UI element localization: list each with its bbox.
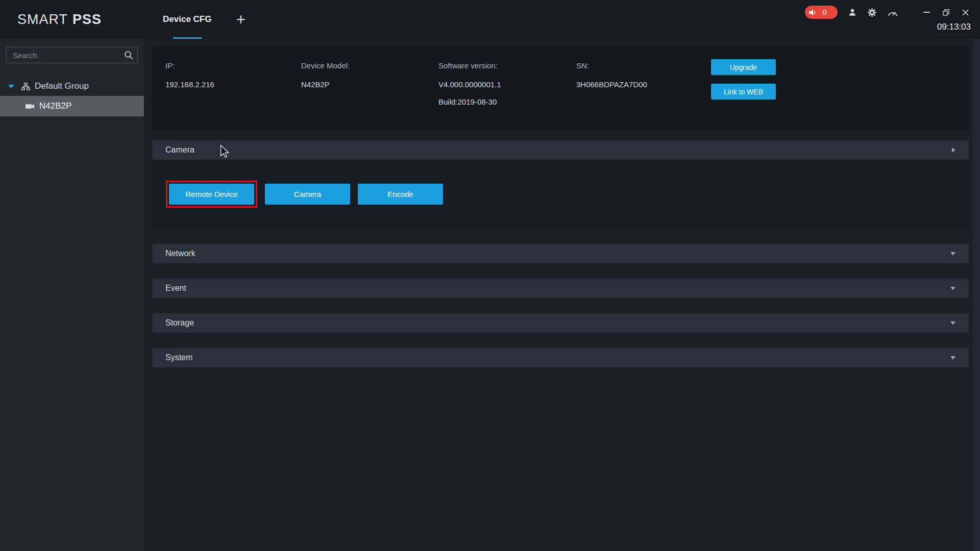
group-sitemap-icon: [21, 83, 30, 90]
sn-label: SN:: [576, 61, 647, 70]
section-storage: Storage: [152, 313, 969, 333]
software-label: Software version:: [438, 61, 501, 70]
chevron-right-icon: [952, 147, 955, 153]
chevron-down-icon: [950, 321, 955, 325]
section-header-storage[interactable]: Storage: [152, 313, 969, 333]
search-icon[interactable]: [124, 51, 133, 62]
minimize-button[interactable]: [920, 6, 933, 19]
close-button[interactable]: [959, 6, 972, 19]
camera-section-label: Camera: [165, 145, 194, 155]
sn-value: 3H066BDPAZA7D00: [576, 80, 647, 89]
info-field-model: Device Model: N42B2P: [301, 61, 350, 89]
device-label: N42B2P: [39, 101, 71, 111]
minimize-icon: [923, 12, 930, 13]
logo-pss: PSS: [72, 12, 102, 28]
encode-button[interactable]: Encode: [358, 184, 443, 205]
header-right-cluster: 0: [805, 0, 980, 39]
section-event: Event: [152, 279, 969, 298]
device-config-main: IP: 192.168.2.216 Device Model: N42B2P S…: [144, 39, 980, 551]
section-system: System: [152, 348, 969, 367]
clock-time: 09:13:03: [937, 22, 972, 32]
camera-button[interactable]: Camera: [265, 184, 350, 205]
chevron-down-icon: [950, 252, 955, 256]
model-value: N42B2P: [301, 80, 350, 89]
settings-gear-icon[interactable]: [867, 8, 877, 17]
alarm-count: 0: [817, 8, 832, 16]
ip-value: 192.168.2.216: [165, 80, 214, 89]
info-field-software: Software version: V4.000.0000001.1 Build…: [438, 61, 501, 106]
section-header-system[interactable]: System: [152, 348, 969, 367]
red-highlight-annotation: Remote Device: [166, 181, 257, 208]
chevron-down-icon: [950, 356, 955, 360]
speaker-icon: [809, 9, 817, 16]
header-icon-row: 0: [805, 6, 972, 19]
alarm-sound-badge[interactable]: 0: [805, 6, 838, 19]
tab-device-cfg[interactable]: Device CFG: [163, 0, 211, 39]
device-action-buttons: Upgrade Link to WEB: [711, 59, 776, 99]
vertical-scrollbar[interactable]: [973, 39, 980, 551]
logo-smart: SMART: [17, 12, 68, 28]
network-section-label: Network: [165, 249, 195, 258]
group-label: Default Group: [35, 81, 89, 91]
model-label: Device Model:: [301, 61, 350, 70]
info-field-sn: SN: 3H066BDPAZA7D00: [576, 61, 647, 89]
build-value: Build:2019-08-30: [438, 97, 501, 106]
storage-section-label: Storage: [165, 318, 194, 328]
app-window: SMART PSS Device CFG + 0: [0, 0, 980, 551]
remote-device-button[interactable]: Remote Device: [169, 184, 254, 205]
app-logo: SMART PSS: [17, 0, 102, 39]
section-header-network[interactable]: Network: [152, 244, 969, 263]
camera-section-body: Remote Device Camera Encode: [152, 160, 969, 229]
expand-caret-icon[interactable]: [8, 85, 14, 88]
event-section-label: Event: [165, 284, 186, 293]
info-field-ip: IP: 192.168.2.216: [165, 61, 214, 89]
upgrade-button[interactable]: Upgrade: [711, 59, 776, 75]
search-input[interactable]: [6, 47, 138, 63]
window-controls: [914, 6, 972, 19]
system-section-label: System: [165, 353, 192, 362]
section-network: Network: [152, 244, 969, 263]
device-tree: Default Group N42B2P: [0, 77, 144, 116]
search-box: [6, 47, 138, 63]
restore-icon: [943, 9, 949, 16]
section-header-event[interactable]: Event: [152, 279, 969, 298]
tab-label: Device CFG: [163, 14, 211, 24]
performance-meter-icon[interactable]: [887, 8, 898, 17]
software-value: V4.000.0000001.1: [438, 80, 501, 89]
link-to-web-button[interactable]: Link to WEB: [711, 84, 776, 99]
add-tab-button[interactable]: +: [236, 0, 246, 39]
window-body: Default Group N42B2P IP:: [0, 39, 980, 551]
device-tree-sidebar: Default Group N42B2P: [0, 39, 144, 551]
section-camera: Camera Remote Device Camera Encode: [152, 140, 969, 229]
restore-button[interactable]: [939, 6, 952, 19]
tree-item-default-group[interactable]: Default Group: [0, 77, 144, 96]
camera-device-icon: [26, 103, 34, 110]
tree-item-device-selected[interactable]: N42B2P: [0, 96, 144, 116]
title-bar: SMART PSS Device CFG + 0: [0, 0, 980, 39]
user-icon[interactable]: [848, 8, 857, 17]
close-icon: [962, 9, 969, 16]
device-info-panel: IP: 192.168.2.216 Device Model: N42B2P S…: [152, 47, 969, 130]
section-header-camera[interactable]: Camera: [152, 140, 969, 160]
ip-label: IP:: [165, 61, 214, 70]
chevron-down-icon: [950, 287, 955, 290]
